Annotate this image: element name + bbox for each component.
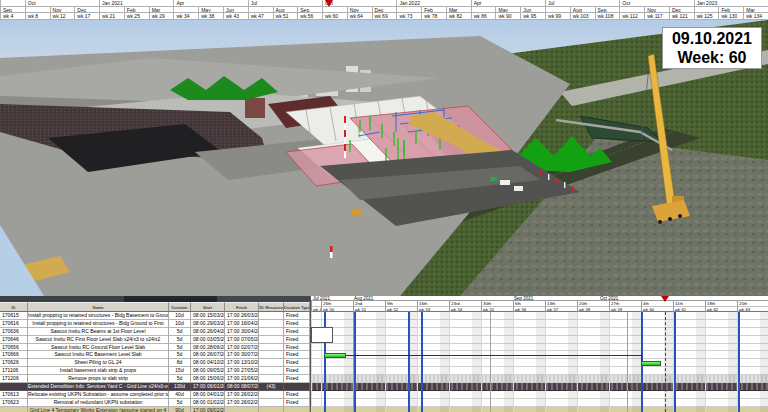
ruler-week-cell: wk 21 <box>99 13 124 20</box>
table-header-cell[interactable]: Duration Type <box>284 302 310 312</box>
timescale-cell: 30thwk 55 <box>481 301 513 312</box>
ruler-quarter-cell: Oct <box>619 0 693 7</box>
cell-finish: 17:00 02/07/2021 <box>225 344 259 352</box>
ruler-week-cell: wk 73 <box>396 13 421 20</box>
table-row[interactable]: 170636Sawcut Insitu RC Beams at 1st Floo… <box>0 328 310 336</box>
ruler-quarter-row: OctJan 2021AprJulOctJan 2022AprJulOctJan… <box>0 0 768 7</box>
table-header-cell[interactable]: Duration <box>169 302 191 312</box>
cell-start: 08:00 01/02/2021 <box>191 399 225 407</box>
cell-duration: 15d <box>169 367 191 375</box>
table-row[interactable]: 171106Install basement slab strip & prop… <box>0 367 310 375</box>
gantt-playhead-triangle[interactable] <box>661 296 669 302</box>
cell-duration: 5d <box>169 351 191 359</box>
cell-type: Fixed <box>284 367 310 375</box>
table-rows: 170615Install propping to retained struc… <box>0 312 310 412</box>
cell-resources <box>259 351 284 359</box>
cell-name: Install propping to retained structures … <box>28 320 169 328</box>
cell-start: 08:00 04/10/2021 <box>191 359 225 367</box>
cell-id <box>0 383 28 391</box>
cell-name: Sawcut Insitu RC First Floor Level Slab … <box>28 336 169 344</box>
timescale-cell: 6thwk 56 <box>513 301 545 312</box>
cell-name: Extended Demolition Info: Services Yard … <box>28 383 169 391</box>
timescale-cell: 26thwk 50 <box>321 301 353 312</box>
cell-type: Fixed <box>284 351 310 359</box>
cell-start: 08:00 03/05/2021 <box>191 336 225 344</box>
table-header-cell[interactable]: Start <box>191 302 225 312</box>
gantt-panel: IDNameDurationStartFinish3D ResourcesDur… <box>0 296 768 412</box>
cell-duration: 40d <box>169 391 191 399</box>
gantt-chart[interactable]: Jul 2021Aug 2021Sep 2021Oct 2021 wk 4926… <box>310 296 768 412</box>
cell-name: Install propping to retained structures … <box>28 312 169 320</box>
cell-type <box>284 407 310 412</box>
table-header-cell[interactable]: 3D Resources <box>259 302 284 312</box>
ruler-week-cell: wk 134 <box>743 13 768 20</box>
table-row[interactable]: 170616Install propping to retained struc… <box>0 320 310 328</box>
ruler-week-cell: wk 17 <box>74 13 99 20</box>
cell-finish: 17:00 26/02/2021 <box>225 399 259 407</box>
cell-resources <box>259 407 284 412</box>
ruler-week-cell: wk 112 <box>619 13 644 20</box>
table-row[interactable]: 170613Relocate existing UKPN Substation … <box>0 391 310 399</box>
ruler-week-cell: wk 60 <box>322 13 347 20</box>
ruler-quarter-cell: Jul <box>248 0 322 7</box>
ruler-quarter-cell: Jan 2022 <box>396 0 470 7</box>
cell-duration: 10d <box>169 320 191 328</box>
table-header-cell[interactable]: ID <box>0 302 28 312</box>
ruler-week-cell: wk 51 <box>273 13 298 20</box>
timeline-playhead-marker[interactable] <box>325 0 333 7</box>
viewport-3d[interactable]: 09.10.2021 Week: 60 <box>0 20 768 296</box>
table-row[interactable]: 170623Removal of redundant UKPN substati… <box>0 399 310 407</box>
ruler-week-cell: wk 99 <box>545 13 570 20</box>
task-link <box>346 355 641 356</box>
ruler-week-cell: wk 130 <box>718 13 743 20</box>
cell-id: 171106 <box>0 367 28 375</box>
ruler-week-cell: wk 82 <box>446 13 471 20</box>
table-row[interactable]: Extended Demolition Info: Services Yard … <box>0 383 310 391</box>
ruler-week-cell: wk 78 <box>421 13 446 20</box>
table-row[interactable]: 171206Remove props to slab strip5d08:00 … <box>0 375 310 383</box>
ruler-quarter-cell: Apr <box>173 0 247 7</box>
constraint-line <box>674 312 676 412</box>
cell-type: Fixed <box>284 399 310 407</box>
table-row[interactable]: 170656Sawcut Insitu RC Ground Floor Leve… <box>0 344 310 352</box>
ruler-week-cell: wk 8 <box>25 13 50 20</box>
constraint-line <box>408 312 410 412</box>
cell-finish: 17:00 07/05/2021 <box>225 336 259 344</box>
ruler-week-cell: wk 125 <box>694 13 719 20</box>
table-header-cell[interactable]: Finish <box>225 302 259 312</box>
overlay-date: 09.10.2021 <box>672 29 752 48</box>
cell-start: 17:00 09/02/2021 <box>191 407 225 412</box>
task-bar[interactable] <box>641 361 661 366</box>
timescale-cell: 9thwk 52 <box>385 301 417 312</box>
cell-duration: 5d <box>169 344 191 352</box>
table-header-cell[interactable]: Name <box>28 302 169 312</box>
table-row[interactable]: Grid Line 4 Temporary Works Extension (a… <box>0 407 310 412</box>
cell-finish: 17:00 16/04/2021 <box>225 320 259 328</box>
cell-type: Fixed <box>284 375 310 383</box>
ruler-week-cell: wk 34 <box>173 13 198 20</box>
gantt-playhead-line <box>665 312 666 412</box>
cell-type: Fixed <box>284 328 310 336</box>
ruler-week-cell: wk 86 <box>471 13 496 20</box>
table-row[interactable]: 170615Install propping to retained struc… <box>0 312 310 320</box>
table-row[interactable]: 170646Sawcut Insitu RC First Floor Level… <box>0 336 310 344</box>
constraint-line <box>421 312 423 412</box>
cell-resources <box>259 375 284 383</box>
cell-name: Sawcut Insitu RC Basement Level Slab <box>28 351 169 359</box>
table-row[interactable]: 170666Sawcut Insitu RC Basement Level Sl… <box>0 351 310 359</box>
cell-name: Sawcut Insitu RC Beams at 1st Floor Leve… <box>28 328 169 336</box>
timescale-cell: 2ndwk 51 <box>353 301 385 312</box>
cell-duration: 5d <box>169 336 191 344</box>
overview-timeline[interactable]: OctJan 2021AprJulOctJan 2022AprJulOctJan… <box>0 0 768 20</box>
cell-finish: 17:00 26/03/2021 <box>225 312 259 320</box>
ruler-week-cell: wk 103 <box>570 13 595 20</box>
timescale-cell: 18thwk 62 <box>705 301 737 312</box>
cell-start: 08:00 28/06/2021 <box>191 344 225 352</box>
cell-name: Relocate existing UKPN Substation - assu… <box>28 391 169 399</box>
ruler-quarter-cell: Oct <box>25 0 99 7</box>
cell-type: Fixed <box>284 312 310 320</box>
cell-start: 17:00 06/01/2021 <box>191 383 225 391</box>
task-bar[interactable] <box>324 353 346 358</box>
table-row[interactable]: 170626Sheet Piling to GL 248d08:00 04/10… <box>0 359 310 367</box>
chart-body <box>311 312 768 412</box>
